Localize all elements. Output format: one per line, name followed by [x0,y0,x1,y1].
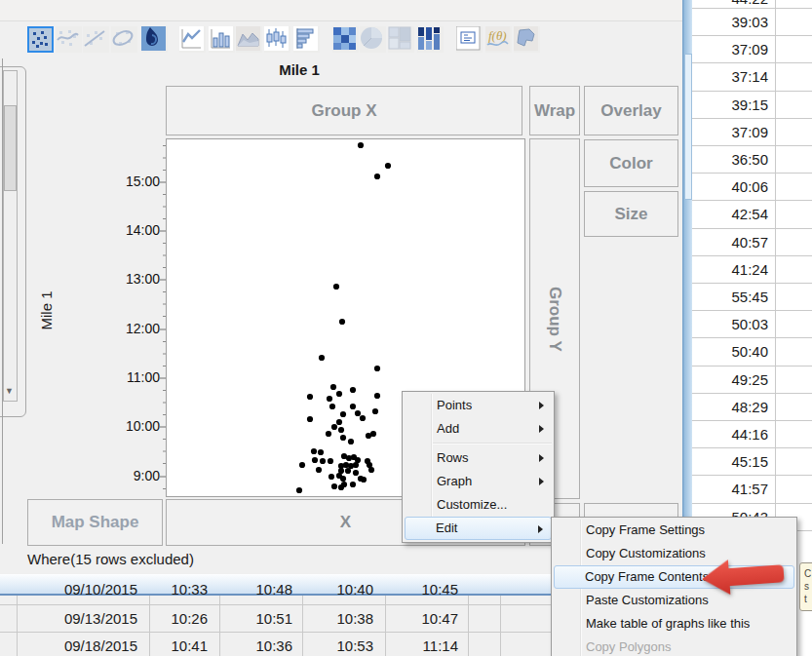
time-cell[interactable]: 41:24 [692,255,768,284]
menu-item-add[interactable]: Add [405,417,552,441]
time-cell[interactable]: 39:03 [692,8,768,36]
y-tick-label: 15:00 [94,174,160,189]
vertical-scrollbar-thumb[interactable] [684,54,692,200]
time-cell[interactable]: 41:57 [692,475,768,503]
time-cell[interactable]: 48:29 [692,393,768,421]
zone-wrap-label: Wrap [534,101,575,121]
time-cell[interactable]: 37:14 [692,62,768,91]
time-cell[interactable]: 39:15 [692,91,768,119]
time-cell[interactable]: 10:47 [400,605,458,633]
zone-group-y-label: Group Y [545,287,564,352]
column-gridline [17,596,18,656]
zone-size[interactable]: Size [584,191,678,237]
submenu-arrow-icon [539,425,544,433]
treemap-icon[interactable] [388,26,414,53]
map-shapes-icon[interactable] [514,26,540,53]
app-root: f(θ) ▼ Mile 1 Group X Wrap Overlay Color… [0,0,812,656]
time-cell[interactable]: 50:40 [692,337,768,366]
row-gridline [692,420,812,421]
menu-item-edit[interactable]: Edit [405,517,552,540]
zone-wrap[interactable]: Wrap [529,86,580,135]
time-cell[interactable]: 10:48 [234,576,292,603]
time-cell[interactable]: 40:57 [692,228,768,256]
time-cell[interactable]: 36:50 [692,145,768,174]
menu-item-copy-frame-settings[interactable]: Copy Frame Settings [554,519,794,542]
submenu-arrow-icon [539,454,544,462]
y-tick-label: 12:00 [94,321,160,336]
time-cell[interactable]: 37:09 [692,35,768,63]
row-gridline [692,475,812,476]
time-cell[interactable]: 10:41 [156,633,208,656]
zone-map-shape-label: Map Shape [52,513,139,532]
time-cell[interactable]: 10:45 [400,576,458,603]
time-cell[interactable]: 49:25 [692,366,768,394]
where-note: Where(15 rows excluded) [27,551,194,567]
zone-group-x-label: Group X [311,101,376,121]
smoother-icon[interactable] [56,26,82,53]
zone-map-shape[interactable]: Map Shape [27,499,163,546]
time-cell[interactable]: 10:53 [315,633,373,656]
points-icon[interactable] [27,26,54,53]
row-gridline [692,200,812,201]
menu-separator [433,443,552,444]
date-cell[interactable]: 09/18/2015 [29,633,137,656]
time-cell[interactable]: 10:26 [156,605,208,633]
tooltip-line: t [804,593,812,605]
column-gridline [149,596,150,656]
formula-icon[interactable]: f(θ) [485,26,512,53]
line-of-fit-icon[interactable] [83,26,109,53]
row-gridline [692,228,812,229]
time-cell[interactable]: 55:45 [692,283,768,311]
tooltip-line: s [804,580,812,593]
time-cell[interactable]: 10:33 [156,576,208,603]
menu-item-points[interactable]: Points [405,394,552,417]
date-cell[interactable]: 09/13/2015 [29,605,137,633]
ellipse-icon[interactable] [111,26,137,53]
variables-scrollbar-thumb[interactable] [4,105,17,191]
menu-item-graph[interactable]: Graph [405,470,552,493]
submenu-arrow-icon [539,478,544,485]
heatmap-icon[interactable] [332,26,359,53]
time-cell[interactable]: 11:14 [400,633,458,656]
mosaic-icon[interactable] [417,26,444,53]
row-gridline [692,283,812,284]
column-gridline [500,596,501,656]
zone-size-label: Size [614,205,647,224]
window-top-strip [0,0,694,21]
time-cell[interactable]: 42:54 [692,200,768,228]
time-cell[interactable]: 50:03 [692,310,768,338]
date-cell[interactable]: 09/10/2015 [29,576,137,603]
contour-icon[interactable] [141,26,168,53]
row-gridline [692,310,812,311]
area-icon[interactable] [236,26,262,53]
menu-item-make-table-of-graphs-like-this[interactable]: Make table of graphs like this [554,612,794,636]
time-cell[interactable]: 37:09 [692,118,768,146]
tooltip-fragment: C s t [799,562,812,611]
zone-color-label: Color [609,154,652,174]
time-cell[interactable]: 10:51 [234,605,292,633]
menu-item-customize[interactable]: Customize... [405,493,552,517]
time-cell[interactable]: 10:38 [315,605,373,633]
pie-icon[interactable] [360,26,386,53]
menu-item-rows[interactable]: Rows [405,446,552,470]
histogram-icon[interactable] [293,26,320,53]
svg-text:f(θ): f(θ) [488,28,507,43]
zone-group-x[interactable]: Group X [166,86,522,135]
time-cell[interactable]: 40:06 [692,173,768,201]
time-cell[interactable]: 44:16 [692,420,768,448]
line-icon[interactable] [179,26,206,53]
scrollbar-down-icon[interactable]: ▼ [5,386,14,396]
zone-overlay[interactable]: Overlay [584,86,678,135]
caption-box-icon[interactable] [456,26,483,53]
box-plot-icon[interactable] [264,26,290,53]
y-tick-label: 13:00 [94,271,160,287]
time-cell[interactable]: 10:40 [315,576,373,603]
time-cell[interactable]: 45:15 [692,447,768,476]
zone-color[interactable]: Color [584,139,678,187]
row-gridline [692,8,812,9]
time-cell[interactable]: 10:36 [234,633,292,656]
menu-item-copy-polygons[interactable]: Copy Polygons [554,636,794,656]
submenu-arrow-icon [539,402,544,409]
bar-icon[interactable] [209,26,235,53]
y-tick-label: 10:00 [94,418,160,434]
